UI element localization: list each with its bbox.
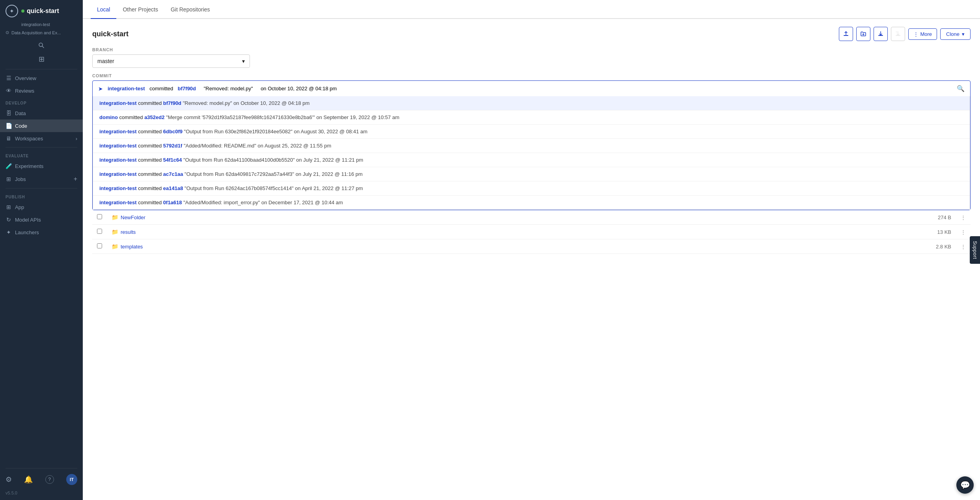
sidebar-item-jobs[interactable]: ⊞ Jobs + — [0, 172, 83, 186]
commit-list-item[interactable]: integration-test committed ac7c1aa "Outp… — [93, 167, 970, 181]
branch-chevron-icon: ▾ — [242, 58, 245, 64]
file-checkbox[interactable] — [92, 210, 107, 225]
app-icon: ⊞ — [6, 204, 12, 210]
sidebar-item-app[interactable]: ⊞ App — [0, 201, 83, 213]
checkbox-input[interactable] — [97, 214, 102, 219]
settings-btn[interactable]: ⚙ — [6, 475, 12, 484]
more-button[interactable]: ⋮ More — [908, 28, 937, 40]
divider-3 — [6, 188, 77, 188]
commit-list-item[interactable]: integration-test committed 6dbc0f9 "Outp… — [93, 125, 970, 139]
sidebar-item-overview[interactable]: ☰ Overview — [0, 72, 83, 84]
svg-rect-2 — [844, 35, 848, 36]
avatar[interactable]: IT — [66, 474, 77, 485]
file-table: 📁 NewFolder 274 B ⋮ 📁 results — [92, 210, 971, 254]
checkbox-input[interactable] — [97, 229, 102, 234]
commit-current-hash: bf7f90d — [178, 86, 196, 91]
sidebar-item-launchers[interactable]: ✦ Launchers — [0, 226, 83, 239]
file-size: 2.8 KB — [647, 239, 956, 254]
commit-label: COMMIT — [92, 73, 971, 78]
commit-hash: a352ed2 — [144, 114, 164, 120]
logo-icon: ✦ — [6, 5, 18, 17]
commit-list-item[interactable]: integration-test committed ea141a8 "Outp… — [93, 181, 970, 196]
jobs-plus[interactable]: + — [74, 175, 77, 183]
table-row: 📁 NewFolder 274 B ⋮ — [92, 210, 971, 225]
sidebar-item-label: Launchers — [15, 229, 77, 235]
commit-box: ➤ integration-test committed bf7f90d "Re… — [92, 80, 971, 210]
download-button[interactable] — [874, 27, 888, 41]
tab-git-repositories[interactable]: Git Repositories — [164, 0, 216, 19]
file-link[interactable]: 📁 results — [112, 229, 642, 235]
commit-list-item[interactable]: domino committed a352ed2 "Merge commit '… — [93, 110, 970, 125]
sidebar-item-model-apis[interactable]: ↻ Model APIs — [0, 213, 83, 226]
commit-current-msg-text: "Removed: model.py" — [204, 86, 253, 91]
file-name-text: NewFolder — [121, 215, 145, 220]
commit-hash: ac7c1aa — [163, 171, 183, 177]
support-button[interactable]: Support — [970, 236, 980, 264]
file-link[interactable]: 📁 templates — [112, 243, 642, 250]
divider-bottom — [6, 468, 77, 468]
table-row: 📁 templates 2.8 KB ⋮ — [92, 239, 971, 254]
file-menu-btn[interactable]: ⋮ — [956, 239, 971, 254]
bell-btn[interactable]: 🔔 — [24, 475, 33, 484]
file-size: 13 KB — [647, 225, 956, 239]
sidebar-item-workspaces[interactable]: 🖥 Workspaces › — [0, 132, 83, 145]
commit-hash: bf7f90d — [163, 100, 181, 106]
branch-label: BRANCH — [92, 47, 971, 52]
commit-dropdown-list: integration-test committed bf7f90d "Remo… — [93, 96, 970, 210]
sidebar-item-label: Workspaces — [15, 136, 73, 142]
new-folder-button[interactable] — [856, 27, 870, 41]
checkbox-input[interactable] — [97, 243, 102, 248]
tab-other-projects[interactable]: Other Projects — [116, 0, 164, 19]
grid-btn[interactable]: ⊞ — [0, 52, 83, 67]
clone-button[interactable]: Clone ▾ — [940, 28, 971, 40]
sidebar-item-label: Experiments — [15, 163, 77, 169]
file-menu-btn[interactable]: ⋮ — [956, 210, 971, 225]
commit-list-item[interactable]: integration-test committed 54f1c64 "Outp… — [93, 153, 970, 167]
file-link[interactable]: 📁 NewFolder — [112, 214, 642, 220]
folder-icon: 📁 — [112, 243, 118, 250]
file-checkbox[interactable] — [92, 225, 107, 239]
chat-button[interactable]: 💬 — [956, 476, 974, 494]
sidebar-item-data[interactable]: 🗄 Data — [0, 107, 83, 119]
workspaces-arrow: › — [76, 136, 77, 142]
sidebar-item-code[interactable]: 📄 Code — [0, 119, 83, 132]
commit-list-item[interactable]: integration-test committed bf7f90d "Remo… — [93, 96, 970, 110]
commit-hash: 54f1c64 — [163, 157, 182, 163]
divider-2 — [6, 147, 77, 147]
tab-local[interactable]: Local — [91, 0, 116, 19]
file-name-cell: 📁 templates — [107, 239, 647, 254]
sidebar-item-label: Model APIs — [15, 217, 77, 223]
search-btn[interactable] — [0, 39, 83, 52]
branch-value: master — [97, 58, 114, 64]
workspaces-icon: 🖥 — [6, 135, 12, 142]
commit-user: integration-test — [99, 100, 137, 106]
file-name-cell: 📁 results — [107, 225, 647, 239]
commit-current-date: on October 10, 2022 @ 04:18 pm — [261, 86, 337, 91]
sidebar-logo[interactable]: ✦ quick-start — [0, 0, 83, 22]
help-btn[interactable]: ? — [45, 475, 54, 484]
sidebar-item-label: App — [15, 204, 77, 210]
version-label: v5.5.0 — [0, 488, 83, 500]
commit-list-item[interactable]: integration-test committed 0f1a618 "Adde… — [93, 196, 970, 209]
commit-hash: 6dbc0f9 — [163, 129, 183, 134]
folder-icon: 📁 — [112, 229, 118, 235]
commit-search-icon[interactable]: 🔍 — [957, 85, 965, 92]
sidebar-item-experiments[interactable]: 🧪 Experiments — [0, 160, 83, 172]
content-header: quick-start ⋮ More C — [92, 27, 971, 41]
project-sub: integration-test — [0, 22, 83, 28]
commit-current-user: integration-test — [108, 86, 145, 91]
commit-list-item[interactable]: integration-test committed 5792d1f "Adde… — [93, 139, 970, 153]
model-apis-icon: ↻ — [6, 216, 12, 223]
svg-line-1 — [42, 46, 44, 48]
sidebar: ✦ quick-start integration-test ⊙ Data Ac… — [0, 0, 83, 500]
upload-file-button[interactable] — [839, 27, 853, 41]
commit-current-row[interactable]: ➤ integration-test committed bf7f90d "Re… — [93, 81, 970, 96]
file-size: 274 B — [647, 210, 956, 225]
branch-select[interactable]: master ▾ — [92, 54, 250, 68]
data-icon: 🗄 — [6, 110, 12, 116]
file-menu-btn[interactable]: ⋮ — [956, 225, 971, 239]
commit-hash: 0f1a618 — [163, 200, 182, 205]
sidebar-item-reviews[interactable]: 👁 Reviews — [0, 84, 83, 97]
evaluate-section-label: EVALUATE — [0, 150, 83, 160]
file-checkbox[interactable] — [92, 239, 107, 254]
